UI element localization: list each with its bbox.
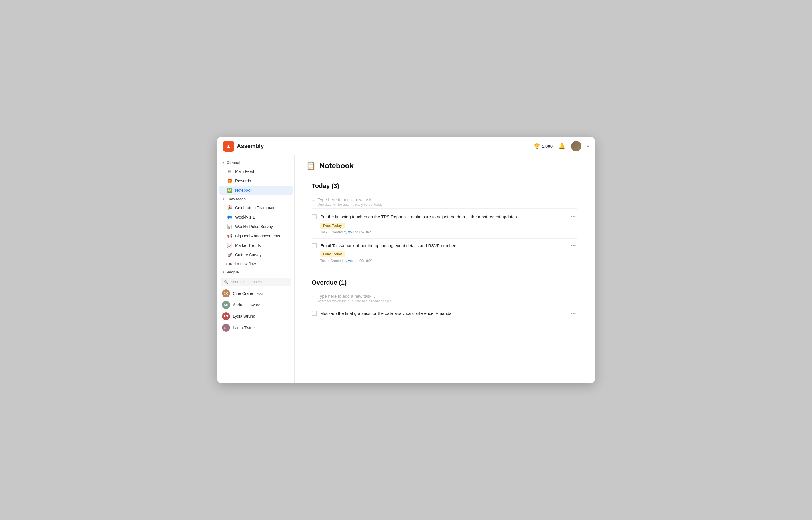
sidebar: ▼ General ▤ Main Feed 🎁 Rewards ✅ Notebo… [217, 155, 294, 383]
people-section-header[interactable]: ▼ People [217, 268, 294, 276]
avatar-image [571, 141, 581, 151]
task-item-2: Email Taissa back about the upcoming eve… [312, 239, 577, 267]
add-task-overdue-text-area: Type here to add a new task... Tasks for… [318, 294, 392, 303]
big-deal-label: Big Deal Announcements [235, 234, 280, 238]
you-link-1[interactable]: you [348, 230, 354, 234]
person-lydia[interactable]: LS Lydia Strunk [217, 311, 294, 322]
add-task-text-area: Type here to add a new task... Due date … [318, 197, 383, 207]
due-badge-2: Due: Today [320, 251, 345, 257]
general-section-header[interactable]: ▼ General [217, 159, 294, 166]
task-text-2: Email Taissa back about the upcoming eve… [320, 242, 566, 249]
main-feed-icon: ▤ [227, 169, 232, 174]
main-layout: ▼ General ▤ Main Feed 🎁 Rewards ✅ Notebo… [217, 155, 595, 383]
add-task-overdue-hint: Tasks for which the due date has already… [318, 299, 392, 303]
sidebar-item-celebrate[interactable]: 🎉 Celebrate a Teammate [219, 203, 293, 212]
main-feed-label: Main Feed [235, 169, 254, 174]
add-task-overdue-placeholder: Type here to add a new task... [318, 294, 392, 298]
person-name-lydia: Lydia Strunk [233, 314, 255, 318]
sidebar-item-main-feed[interactable]: ▤ Main Feed [219, 167, 293, 176]
task-body-overdue-1: Mock-up the final graphics for the data … [320, 310, 566, 319]
content-area: Today (3) + Type here to add a new task.… [294, 176, 595, 330]
page-title: Notebook [319, 161, 354, 170]
add-task-hint: Due date will be automatically be set to… [318, 203, 383, 207]
task-more-1[interactable]: ••• [569, 214, 577, 220]
rewards-icon: 🎁 [227, 178, 232, 183]
weekly-1-1-icon: 👥 [227, 214, 232, 220]
add-task-overdue-icon: + [312, 294, 315, 300]
notebook-icon: ✅ [227, 188, 232, 193]
notification-bell-icon[interactable]: 🔔 [558, 143, 566, 150]
user-avatar-nav[interactable] [571, 141, 581, 151]
weekly-1-1-label: Weekly 1:1 [235, 215, 255, 219]
sidebar-item-pulse[interactable]: 📊 Weekly Pulse Survey [219, 222, 293, 231]
task-meta-1: Task • Created by you on 09/18/21 [320, 230, 566, 234]
rewards-label: Rewards [235, 179, 251, 183]
add-task-placeholder: Type here to add a new task... [318, 197, 383, 202]
big-deal-icon: 📢 [227, 233, 232, 239]
add-task-overdue-row[interactable]: + Type here to add a new task... Tasks f… [312, 291, 577, 305]
notebook-label: Notebook [235, 188, 252, 192]
trophy-icon: 🏆 [534, 143, 540, 150]
task-checkbox-1[interactable] [312, 214, 317, 219]
search-icon: 🔍 [224, 280, 228, 284]
person-laura[interactable]: LT Laura Twine [217, 322, 294, 333]
add-flow-button[interactable]: + Add a new flow [217, 260, 294, 268]
person-name-laura: Laura Twine [233, 326, 255, 330]
logo-area: ▲ Assembly [223, 141, 264, 152]
nav-right: 🏆 1,000 🔔 ▾ [534, 141, 589, 151]
person-name-andres: Andres Howard [233, 303, 261, 307]
today-section-title: Today (3) [312, 182, 577, 190]
person-andres[interactable]: AH Andres Howard [217, 299, 294, 311]
sidebar-item-weekly-1-1[interactable]: 👥 Weekly 1:1 [219, 213, 293, 222]
top-nav: ▲ Assembly 🏆 1,000 🔔 ▾ [217, 137, 595, 155]
you-badge-cirie: you [257, 291, 263, 295]
task-meta-2: Task • Created by you on 09/18/21 [320, 259, 566, 263]
due-badge-1: Due: Today [320, 223, 345, 229]
pulse-label: Weekly Pulse Survey [235, 224, 273, 229]
notebook-page-icon: 📋 [306, 161, 316, 171]
person-cirie[interactable]: CC Cirie Crane you [217, 288, 294, 299]
avatar-andres: AH [222, 301, 230, 309]
overdue-section-title: Overdue (1) [312, 279, 577, 286]
sidebar-item-rewards[interactable]: 🎁 Rewards [219, 176, 293, 185]
main-content: 📋 Notebook Today (3) + Type here to add … [294, 155, 595, 383]
add-flow-label: + Add a new flow [226, 262, 256, 266]
app-logo-icon: ▲ [223, 141, 234, 152]
arrow-icon: ▼ [222, 270, 225, 274]
search-teammates-input[interactable] [231, 280, 288, 284]
search-teammates-box[interactable]: 🔍 [221, 278, 291, 286]
culture-survey-label: Culture Survey [235, 253, 262, 257]
points-area: 🏆 1,000 [534, 143, 553, 150]
people-label: People [227, 270, 239, 274]
task-body-2: Email Taissa back about the upcoming eve… [320, 242, 566, 263]
sidebar-item-big-deal[interactable]: 📢 Big Deal Announcements [219, 231, 293, 240]
sidebar-item-culture-survey[interactable]: 🚀 Culture Survey [219, 250, 293, 259]
task-checkbox-2[interactable] [312, 243, 317, 248]
avatar-cirie: CC [222, 289, 230, 297]
person-name-cirie: Cirie Crane [233, 291, 253, 296]
add-task-icon: + [312, 198, 315, 203]
flow-feeds-section-header[interactable]: ▼ Flow feeds [217, 195, 294, 203]
market-trends-icon: 📈 [227, 243, 232, 248]
arrow-icon: ▼ [222, 198, 225, 201]
task-text-overdue-1: Mock-up the final graphics for the data … [320, 310, 566, 317]
general-label: General [227, 161, 240, 165]
task-checkbox-overdue-1[interactable] [312, 311, 317, 316]
market-trends-label: Market Trends [235, 243, 261, 248]
avatar-lydia: LS [222, 312, 230, 320]
chevron-down-icon[interactable]: ▾ [587, 144, 589, 148]
section-divider [312, 273, 577, 273]
flow-feeds-label: Flow feeds [227, 197, 246, 201]
avatar-laura: LT [222, 324, 230, 332]
task-item-overdue-1: Mock-up the final graphics for the data … [312, 306, 577, 323]
task-more-2[interactable]: ••• [569, 242, 577, 249]
celebrate-label: Celebrate a Teammate [235, 205, 276, 210]
arrow-icon: ▼ [222, 161, 225, 164]
sidebar-item-notebook[interactable]: ✅ Notebook [219, 186, 293, 195]
task-text-1: Put the finishing touches on the TPS Rep… [320, 214, 566, 220]
task-more-overdue-1[interactable]: ••• [569, 310, 577, 317]
sidebar-item-market-trends[interactable]: 📈 Market Trends [219, 241, 293, 250]
add-task-today-row[interactable]: + Type here to add a new task... Due dat… [312, 194, 577, 209]
culture-survey-icon: 🚀 [227, 252, 232, 257]
you-link-2[interactable]: you [348, 259, 354, 263]
